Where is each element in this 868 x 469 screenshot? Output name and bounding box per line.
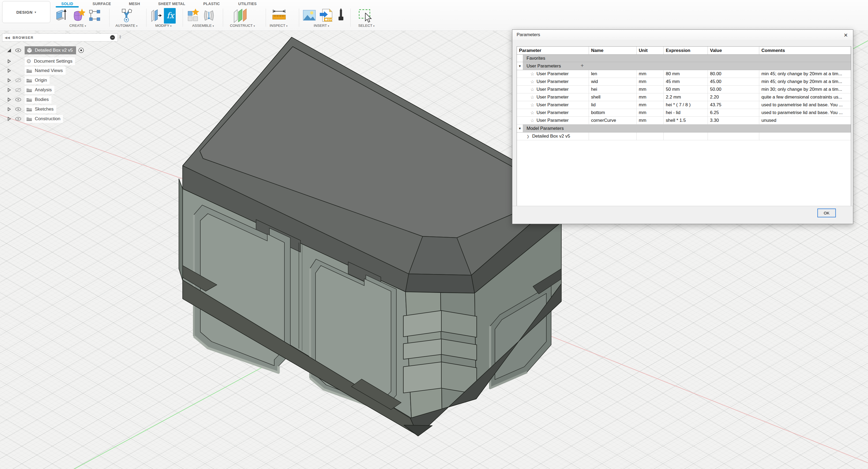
eye-hidden-icon[interactable] <box>15 88 22 92</box>
root-expander-icon[interactable] <box>7 48 11 53</box>
parameter-expression-cell[interactable]: hei * ( 7 / 8 ) <box>664 101 708 109</box>
expander-icon[interactable] <box>7 107 11 111</box>
user-parameter-row[interactable]: ☆ User Parameter wid mm 45 mm 45.00 min … <box>517 78 851 86</box>
tab-sheet-metal[interactable]: SHEET METAL <box>155 1 188 7</box>
parameter-name-cell[interactable]: wid <box>589 78 637 86</box>
favorite-star-icon[interactable]: ☆ <box>530 87 534 92</box>
eye-icon[interactable] <box>15 107 22 111</box>
detailed-box-model[interactable] <box>177 35 568 442</box>
measure-icon[interactable] <box>272 8 286 24</box>
collapse-chevron-icon[interactable]: ▼ <box>517 62 523 70</box>
browser-tree-row[interactable]: ⚙ Named Views <box>2 67 66 75</box>
assemble-group-label[interactable]: ASSEMBLE ▾ <box>192 24 214 28</box>
expander-icon[interactable] <box>7 78 11 82</box>
browser-tree-row[interactable]: ⚙ Origin <box>2 76 50 84</box>
parameter-name-cell[interactable]: bottom <box>589 109 637 116</box>
parameter-name-cell[interactable]: len <box>589 70 637 78</box>
tab-surface[interactable]: SURFACE <box>88 1 115 7</box>
collapse-chevron-icon[interactable]: ▼ <box>517 125 523 132</box>
user-parameter-row[interactable]: ☆ User Parameter lid mm hei * ( 7 / 8 ) … <box>517 101 851 109</box>
browser-header[interactable]: ◀◀ BROWSER − ‖ <box>2 33 118 41</box>
parameter-name-cell[interactable]: shell <box>589 93 637 101</box>
extrude-icon[interactable] <box>55 8 68 24</box>
inspect-group-label[interactable]: INSPECT ▾ <box>270 24 288 28</box>
parameter-comment-cell[interactable]: quite a few dimensional constraints us..… <box>759 93 851 101</box>
expander-icon[interactable] <box>7 69 11 73</box>
joint-icon[interactable] <box>203 8 215 24</box>
parameter-comment-cell[interactable]: used to parametrise lid and base. You ..… <box>759 101 851 109</box>
root-component-label[interactable]: Detailed Box v2 v5 <box>25 46 76 54</box>
parameter-name-cell[interactable]: cornerCurve <box>589 117 637 124</box>
tab-utilities[interactable]: UTILITIES <box>234 1 261 7</box>
browser-tree-row[interactable]: ⚙ Sketches <box>2 105 56 113</box>
parameter-expression-cell[interactable]: 80 mm <box>664 70 708 78</box>
ok-button[interactable]: OK <box>817 208 836 217</box>
parameter-comment-cell[interactable]: unused <box>759 117 851 124</box>
pattern-icon[interactable] <box>88 8 101 24</box>
expander-icon[interactable] <box>7 117 11 121</box>
favorite-star-icon[interactable]: ☆ <box>530 71 534 77</box>
automate-icon[interactable] <box>120 8 133 24</box>
automate-group-label[interactable]: AUTOMATE ▾ <box>116 24 137 28</box>
favorite-star-icon[interactable]: ☆ <box>530 79 534 85</box>
browser-tree-row[interactable]: ⚙ Document Settings <box>2 57 75 65</box>
eye-icon[interactable] <box>15 97 22 102</box>
parameter-comment-cell[interactable]: min 45; only change by 20mm at a tim... <box>759 78 851 86</box>
parameter-expression-cell[interactable]: 2.2 mm <box>664 93 708 101</box>
browser-tree-row[interactable]: ⚙ Analysis <box>2 86 54 94</box>
parameter-comment-cell[interactable]: min 45; only change by 20mm at a tim... <box>759 70 851 78</box>
favorite-star-icon[interactable]: ☆ <box>530 95 534 100</box>
collapse-panel-icon[interactable]: ◀◀ <box>5 36 10 40</box>
user-parameter-row[interactable]: ☆ User Parameter bottom mm hei - lid 6.2… <box>517 109 851 117</box>
user-parameter-row[interactable]: ☆ User Parameter len mm 80 mm 80.00 min … <box>517 70 851 78</box>
form-icon[interactable] <box>72 8 85 24</box>
modify-group-label[interactable]: MODIFY ▾ <box>155 24 172 28</box>
create-group-label[interactable]: CREATE ▾ <box>69 24 86 28</box>
browser-root-row[interactable]: Detailed Box v2 v5 <box>2 46 84 54</box>
parameter-expression-cell[interactable]: shell * 1.5 <box>664 117 708 124</box>
parameter-expression-cell[interactable]: hei - lid <box>664 109 708 116</box>
favorite-star-icon[interactable]: ☆ <box>530 110 534 115</box>
construction-plane-icon[interactable] <box>232 8 247 24</box>
parameters-dialog[interactable]: Parameters ✕ Parameter Name Unit Express… <box>512 29 853 224</box>
parameter-name-cell[interactable]: lid <box>589 101 637 109</box>
design-workspace-dropdown[interactable]: DESIGN ▾ <box>2 1 50 23</box>
eye-icon[interactable] <box>15 48 22 53</box>
expander-icon[interactable] <box>7 59 11 63</box>
expander-icon[interactable] <box>7 97 11 102</box>
construct-group-label[interactable]: CONSTRUCT ▾ <box>230 24 255 28</box>
eye-hidden-icon[interactable] <box>15 78 22 83</box>
user-parameters-section-row[interactable]: ▼ User Parameters + <box>517 62 851 70</box>
insert-mcmaster-icon[interactable] <box>337 8 345 24</box>
dialog-titlebar[interactable]: Parameters <box>512 30 853 40</box>
user-parameter-row[interactable]: ☆ User Parameter shell mm 2.2 mm 2.20 qu… <box>517 93 851 101</box>
parameter-name-cell[interactable]: hei <box>589 86 637 93</box>
tab-mesh[interactable]: MESH <box>126 1 143 7</box>
parameter-comment-cell[interactable]: used to parametrise lid and base. You ..… <box>759 109 851 116</box>
tab-plastic[interactable]: PLASTIC <box>199 1 224 7</box>
favorite-star-icon[interactable]: ☆ <box>530 118 534 124</box>
parameter-expression-cell[interactable]: 50 mm <box>664 86 708 93</box>
model-parameters-section-row[interactable]: ▼ Model Parameters <box>517 125 851 133</box>
favorites-section-row[interactable]: Favorites <box>517 55 851 62</box>
add-user-parameter-button[interactable]: + <box>581 63 584 69</box>
close-icon[interactable]: ✕ <box>842 32 849 38</box>
change-parameters-fx-icon[interactable]: fx <box>164 8 176 24</box>
user-parameter-row[interactable]: ☆ User Parameter cornerCurve mm shell * … <box>517 117 851 125</box>
model-component-row[interactable]: ❯ Detailed Box v2 v5 <box>517 133 851 140</box>
tab-solid[interactable]: SOLID <box>56 1 79 7</box>
expander-icon[interactable] <box>7 88 11 92</box>
parameter-comment-cell[interactable]: min 30; only change by 20mm at a tim... <box>759 86 851 93</box>
browser-tree-row[interactable]: ⚙ Construction <box>2 115 63 123</box>
press-pull-icon[interactable] <box>150 8 162 24</box>
browser-tree-row[interactable]: ⚙ Bodies <box>2 96 52 104</box>
expand-chevron-icon[interactable]: ❯ <box>527 134 529 138</box>
activate-component-radio-icon[interactable] <box>78 47 84 53</box>
user-parameter-row[interactable]: ☆ User Parameter hei mm 50 mm 50.00 min … <box>517 86 851 93</box>
new-component-icon[interactable] <box>187 8 200 24</box>
insert-svg-icon[interactable]: ✺SVG <box>319 8 333 24</box>
parameter-expression-cell[interactable]: 45 mm <box>664 78 708 86</box>
eye-icon[interactable] <box>15 117 22 121</box>
minimize-browser-icon[interactable]: − <box>110 35 115 40</box>
panel-grip-icon[interactable]: ‖ <box>119 35 121 40</box>
